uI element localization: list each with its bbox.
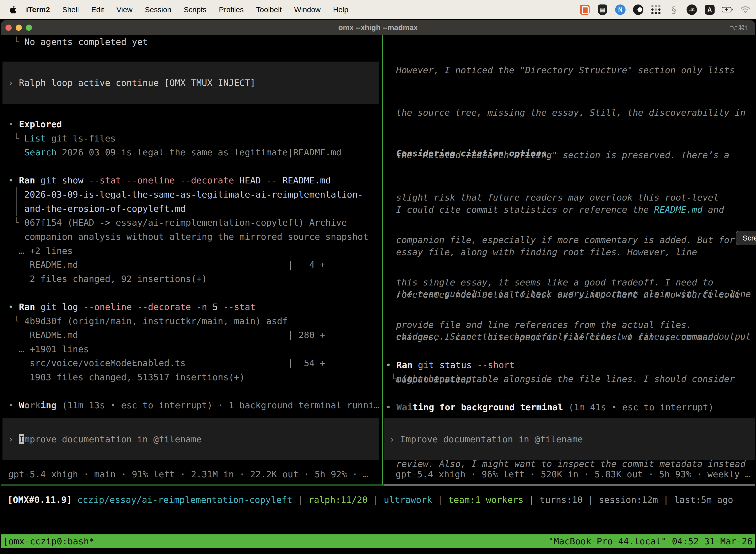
chevron-prompt-icon: ›	[8, 434, 19, 444]
ran-git-log-line: • Ran git log --oneline --decorate -n 5 …	[8, 300, 255, 314]
working-status-line: • Working (11m 13s • esc to interrupt) ·…	[8, 398, 379, 412]
pane-bottom-border-left	[1, 485, 384, 486]
iterm2-window: omx --xhigh --madmax ⌥⌘1 └ No agents com…	[1, 20, 755, 554]
reasoning-heading: Considering citation options	[396, 146, 547, 160]
log-output-line1: └ 4b9d30f (origin/main, instructkr/main,…	[8, 314, 288, 328]
tmux-host-clock: "MacBook-Pro-44.local" 04:52 31-Mar-26	[548, 536, 753, 546]
show-filename-line2: and-the-erosion-of-copyleft.md	[8, 202, 186, 216]
blue-bolt-icon[interactable]: N	[615, 4, 626, 15]
menu-item-window[interactable]: Window	[288, 5, 327, 14]
waiting-status-line: • Waiting for background terminal (1m 41…	[386, 400, 713, 414]
menu-status-icons: ▦ N § ..61 A	[579, 4, 756, 15]
log-output-stat2: src/voice/voiceModeEnabled.ts | 54 +	[8, 356, 325, 370]
pane-bottom-border-right	[384, 485, 755, 486]
tmux-status-bar: [omx-cczip0:bash* "MacBook-Pro-44.local"…	[1, 535, 755, 548]
show-output-line2: companion analysis without altering the …	[8, 230, 368, 244]
window-shortcut-badge: ⌥⌘1	[730, 24, 749, 32]
explored-search-line: Search 2026-03-09-is-legal-the-same-as-l…	[8, 145, 341, 159]
chat-app-icon[interactable]	[579, 4, 590, 15]
menu-item-view[interactable]: View	[110, 5, 139, 14]
prompt-input[interactable]: › Improve documentation in @filename	[2, 418, 379, 460]
show-output-stat1: README.md | 4 +	[8, 258, 325, 272]
battery-icon[interactable]	[722, 4, 733, 15]
dots-grid-icon[interactable]	[650, 4, 662, 15]
pane-divider[interactable]	[382, 35, 383, 485]
show-filename-line1: 2026-03-09-is-legal-the-same-as-legitima…	[8, 187, 363, 202]
explored-header: • Explored	[8, 117, 62, 131]
chevron-prompt-icon: ›	[8, 78, 19, 88]
menu-item-shell[interactable]: Shell	[56, 5, 85, 14]
show-output-line1: └ 067f154 (HEAD -> essay/ai-reimplementa…	[8, 215, 347, 230]
a-badge-icon[interactable]: A	[704, 4, 715, 15]
title-bar: omx --xhigh --madmax ⌥⌘1	[1, 20, 755, 35]
text-cursor: I	[19, 434, 24, 444]
ran-git-status-line: • Ran git status --short	[386, 358, 515, 372]
menu-item-toolbelt[interactable]: Toolbelt	[250, 5, 288, 14]
tmux-session-name[interactable]: [omx-cczip0:bash*	[3, 536, 94, 546]
log-output-stat1: README.md | 280 +	[8, 328, 325, 342]
menu-item-help[interactable]: Help	[327, 5, 355, 14]
menu-item-session[interactable]: Session	[139, 5, 178, 14]
menu-item-scripts[interactable]: Scripts	[178, 5, 213, 14]
shield-grid-icon[interactable]: ▦	[597, 4, 608, 15]
prompt-input[interactable]: › Improve documentation in @filename	[384, 418, 755, 460]
readme-link: README.md	[654, 205, 702, 215]
ran-git-show-line: • Ran git show --stat --oneline --decora…	[8, 173, 331, 187]
log-output-stat3: 1903 files changed, 513517 insertions(+)	[8, 370, 245, 384]
show-output-truncation: … +2 lines	[8, 244, 73, 258]
log-output-truncation: … +1901 lines	[8, 342, 89, 356]
right-agent-pane[interactable]: However, I noticed the "Directory Struct…	[383, 35, 755, 485]
squiggle-icon[interactable]: §	[668, 4, 680, 15]
apple-icon[interactable]	[9, 5, 16, 14]
model-status-line: gpt-5.4 xhigh · 96% left · 520K in · 5.8…	[396, 467, 750, 481]
omx-status-line: [OMX#0.11.9] cczip/essay/ai-reimplementa…	[7, 493, 733, 507]
window-title: omx --xhigh --madmax	[1, 23, 755, 32]
count-badge-icon[interactable]: ..61	[686, 4, 697, 15]
left-agent-pane[interactable]: └ No agents completed yet › Ralph loop a…	[1, 35, 382, 485]
show-output-stat2: 2 files changed, 92 insertions(+)	[8, 272, 207, 286]
wifi-icon[interactable]	[740, 4, 751, 15]
no-agents-line: └ No agents completed yet	[8, 35, 148, 49]
menu-item-profiles[interactable]: Profiles	[212, 5, 250, 14]
chevron-prompt-icon: ›	[389, 434, 400, 444]
menu-item-edit[interactable]: Edit	[85, 5, 110, 14]
screen-sharing-chip[interactable]: Scre	[736, 231, 756, 245]
crescent-icon[interactable]	[632, 4, 644, 15]
menu-bar: iTerm2 Shell Edit View Session Scripts P…	[0, 0, 756, 19]
model-status-line: gpt-5.4 xhigh · main · 91% left · 2.31M …	[8, 467, 368, 481]
menu-item-iterm2[interactable]: iTerm2	[20, 5, 56, 14]
ralph-loop-banner: › Ralph loop active continue [OMX_TMUX_I…	[2, 62, 379, 104]
status-output-line: └ (no output)	[386, 372, 461, 386]
explored-list-line: └ List git ls-files	[8, 131, 116, 146]
tmux-panes: └ No agents completed yet › Ralph loop a…	[1, 35, 755, 485]
